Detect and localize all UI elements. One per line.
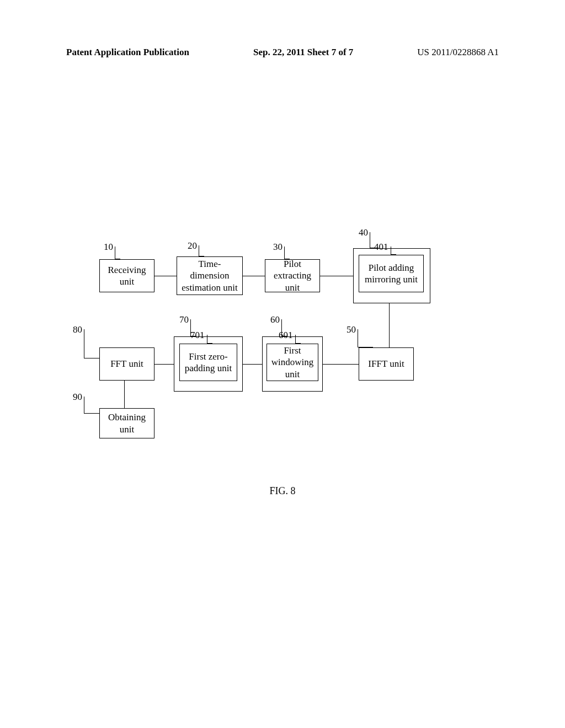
tick-701 <box>207 335 212 344</box>
conn-20-30 <box>243 276 265 276</box>
label-701: 701 <box>190 330 205 341</box>
ifft-unit-text: IFFT unit <box>368 358 404 370</box>
conn-60-70 <box>243 364 262 365</box>
tick-401 <box>391 247 396 255</box>
first-zero-padding-box: First zero-padding unit <box>179 344 237 381</box>
tick-20 <box>199 245 204 256</box>
page-header: Patent Application Publication Sep. 22, … <box>0 47 565 58</box>
tick-90 <box>84 397 99 414</box>
first-windowing-text: First windowing unit <box>269 345 316 380</box>
figure-caption: FIG. 8 <box>0 485 565 497</box>
pilot-adding-mirroring-text: Pilot adding mirroring unit <box>361 262 421 286</box>
tick-50 <box>358 329 373 347</box>
label-601: 601 <box>279 330 293 341</box>
tick-10 <box>115 247 120 259</box>
label-20: 20 <box>188 240 197 251</box>
label-70: 70 <box>179 314 189 325</box>
block-diagram: Receiving unit Time-dimension estimation… <box>83 232 480 469</box>
first-windowing-box: First windowing unit <box>266 344 318 381</box>
conn-10-20 <box>154 276 177 276</box>
tick-30 <box>284 247 290 259</box>
conn-40-50 <box>389 303 390 347</box>
tick-80 <box>84 329 99 358</box>
ifft-unit-box: IFFT unit <box>359 347 414 381</box>
conn-80-90 <box>124 381 125 408</box>
pilot-extracting-text: Pilot extracting unit <box>268 258 317 293</box>
fft-unit-text: FFT unit <box>110 358 143 370</box>
fft-unit-box: FFT unit <box>99 347 154 381</box>
label-40: 40 <box>359 227 368 238</box>
time-dimension-text: Time-dimension estimation unit <box>179 258 240 293</box>
header-date-sheet: Sep. 22, 2011 Sheet 7 of 7 <box>253 47 353 58</box>
header-publication: Patent Application Publication <box>66 47 189 58</box>
obtaining-unit-box: Obtaining unit <box>99 408 154 438</box>
label-30: 30 <box>273 242 282 253</box>
label-401: 401 <box>374 242 388 253</box>
header-doc-number: US 2011/0228868 A1 <box>417 47 499 58</box>
receiving-unit-box: Receiving unit <box>99 259 154 292</box>
label-60: 60 <box>270 314 280 325</box>
label-50: 50 <box>347 324 356 335</box>
conn-30-40 <box>320 276 353 276</box>
pilot-adding-mirroring-box: Pilot adding mirroring unit <box>359 255 424 292</box>
pilot-extracting-box: Pilot extracting unit <box>265 259 320 292</box>
label-10: 10 <box>104 242 113 253</box>
receiving-unit-text: Receiving unit <box>102 264 152 288</box>
time-dimension-box: Time-dimension estimation unit <box>177 256 243 295</box>
conn-70-80 <box>154 364 174 365</box>
label-90: 90 <box>73 392 82 403</box>
label-80: 80 <box>73 324 82 335</box>
first-zero-padding-text: First zero-padding unit <box>182 351 234 374</box>
conn-50-60 <box>323 364 359 365</box>
obtaining-unit-text: Obtaining unit <box>102 411 152 435</box>
tick-601 <box>295 335 301 344</box>
